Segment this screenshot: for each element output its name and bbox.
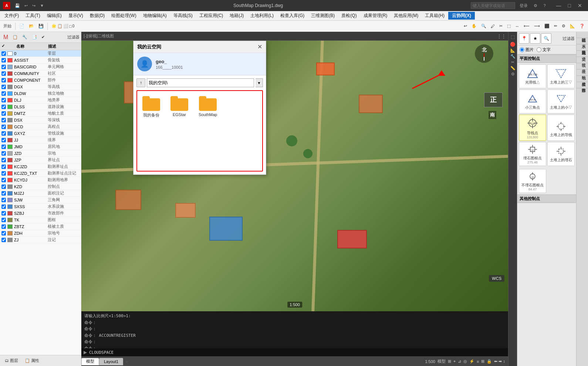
- tb-start[interactable]: 开始: [1, 22, 13, 30]
- menu-cloud[interactable]: 云协同(X): [448, 12, 475, 20]
- layer-check-JZP[interactable]: [1, 158, 6, 162]
- menu-land[interactable]: 地物编辑(A): [140, 12, 170, 20]
- layer-check-KCJZD[interactable]: [1, 165, 6, 169]
- layer-check-DSX[interactable]: [1, 118, 6, 122]
- lock-icon[interactable]: 🔒: [487, 359, 492, 364]
- tb-icon-j[interactable]: ⬛: [543, 23, 551, 30]
- layer-check-MJZJ[interactable]: [1, 191, 6, 196]
- undo-btn[interactable]: ↩: [23, 3, 29, 9]
- layer-check-KCJZD_TXT[interactable]: [1, 171, 6, 176]
- menu-view[interactable]: 显示(V): [65, 12, 86, 20]
- cloud-path-dropdown-btn[interactable]: ▼: [256, 78, 263, 87]
- tab-add-btn[interactable]: +: [123, 358, 131, 365]
- cloud-folder-egstar[interactable]: EGStar: [168, 94, 190, 168]
- tb-icon-b[interactable]: ✋: [470, 23, 479, 30]
- layer-row-KCYDJ[interactable]: KCYDJ 勘测用地界: [0, 177, 81, 183]
- layer-row-GCD[interactable]: GCD 高程点: [0, 123, 81, 130]
- menu-3d[interactable]: 三维测图(B): [308, 12, 338, 20]
- layer-row-DLDW[interactable]: DLDW 独立地物: [0, 90, 81, 97]
- layer-check-DLSS[interactable]: [1, 105, 6, 109]
- layer-check-DLDW[interactable]: [1, 91, 6, 96]
- tb-icon-d[interactable]: 🖊: [489, 23, 497, 30]
- tb-open[interactable]: 📂: [27, 23, 36, 30]
- layer-row-JMD[interactable]: JMD 居民地: [0, 143, 81, 150]
- tab-layout1[interactable]: Layout1: [99, 358, 123, 365]
- card-triangle-up[interactable]: 156.718 光滑线△: [519, 64, 546, 88]
- cat-jingjie[interactable]: 境界: [577, 63, 588, 70]
- layer-row-BASICGRID[interactable]: BASICGRID 单元网格: [0, 64, 81, 70]
- menu-check[interactable]: 检查入库(G): [277, 12, 307, 20]
- tb-icon-h[interactable]: ⟵: [522, 23, 531, 30]
- menu-landuse[interactable]: 土地利用(L): [247, 12, 277, 20]
- layer-row-COMMUNITY[interactable]: COMMUNITY 社区: [0, 70, 81, 77]
- tb-icon-l[interactable]: ⚙: [560, 23, 567, 30]
- menu-other[interactable]: 其他应用(M): [391, 12, 421, 20]
- layer-row-ZJ[interactable]: ZJ 注记: [0, 237, 81, 243]
- tb-new[interactable]: 📄: [17, 23, 26, 30]
- layer-check-COMPONENT[interactable]: [1, 78, 6, 82]
- layer-row-KCJZD_TXT[interactable]: KCJZD_TXT 勘测界址点注记: [0, 170, 81, 177]
- tb-save[interactable]: 💾: [37, 23, 45, 30]
- cloud-path-up-btn[interactable]: ↑: [136, 78, 145, 87]
- dropdown-btn[interactable]: ▼: [38, 3, 45, 9]
- settings-icon-btn[interactable]: ⚙: [532, 3, 539, 9]
- tb-icon-m[interactable]: 📐: [568, 23, 577, 30]
- maximize-btn[interactable]: □: [565, 2, 574, 9]
- card-stone-point[interactable]: 12 埋石图根点 275.46: [519, 142, 546, 166]
- layer-row-SJW[interactable]: SJW 三角网: [0, 197, 81, 203]
- tab-model[interactable]: 模型: [81, 358, 99, 365]
- vt-btn6[interactable]: 📏: [510, 66, 516, 71]
- cat-zhibei[interactable]: 植被土质: [577, 76, 588, 82]
- menu-tools[interactable]: 工具(T): [23, 12, 43, 20]
- layer-check-ZBTZ[interactable]: [1, 224, 6, 229]
- layer-check-COMMUNITY[interactable]: [1, 71, 6, 76]
- ortho-icon[interactable]: ⊿: [458, 359, 461, 364]
- tb-icon-k[interactable]: ✏: [552, 23, 559, 30]
- tb-icon-g[interactable]: ↔: [513, 23, 521, 30]
- layer-check-JMD[interactable]: [1, 145, 6, 149]
- cloud-folder-backup[interactable]: 我的备份: [140, 94, 162, 168]
- layer-check-BASICGRID[interactable]: [1, 65, 6, 69]
- tab-props[interactable]: 📋 属性: [23, 357, 41, 365]
- cat-shizheng[interactable]: 市政部件: [577, 82, 588, 88]
- layer-row-GXYZ[interactable]: GXYZ 管线设施: [0, 130, 81, 137]
- tb-icon-e[interactable]: ✂: [497, 23, 504, 30]
- layer-row-MJZJ[interactable]: MJZJ 面积注记: [0, 190, 81, 197]
- tab-layers[interactable]: 🗂 图层: [3, 357, 20, 365]
- quick-save-btn[interactable]: 💾: [13, 3, 21, 9]
- card-guide-point[interactable]: 116 导线点 131300: [519, 115, 546, 141]
- menu-tbtools[interactable]: 工具箱(H): [422, 12, 447, 20]
- menu-ground[interactable]: 地籍(J): [227, 12, 247, 20]
- card-stone-ground[interactable]: 土堆上的埋石: [547, 142, 575, 166]
- cat-dimao[interactable]: 地貌: [577, 70, 588, 76]
- cat-jiaotong[interactable]: 交通: [577, 51, 588, 57]
- layer-row-JJ[interactable]: JJ 境界: [0, 137, 81, 143]
- layer-row-JZP[interactable]: JZP 界址点: [0, 157, 81, 163]
- layer-check-GXYZ[interactable]: [1, 131, 6, 136]
- layer-check-DGX[interactable]: [1, 85, 6, 89]
- layer-row-ZDH[interactable]: ZDH 宗地号: [0, 230, 81, 237]
- layer-row-DSX[interactable]: DSX 等深线: [0, 117, 81, 123]
- layer-check-ZJ[interactable]: [1, 238, 6, 242]
- cat-guanxian[interactable]: 管线: [577, 57, 588, 63]
- vt-btn5[interactable]: ✂: [511, 60, 514, 65]
- close-btn[interactable]: ✕: [575, 2, 585, 9]
- menu-project[interactable]: 工程应用(C): [196, 12, 226, 20]
- layer-row-JZD[interactable]: JZD 宗地: [0, 150, 81, 157]
- layer-row-SXSS[interactable]: SXSS 水系设施: [0, 203, 81, 210]
- layer-check-KZD[interactable]: [1, 184, 6, 189]
- cat-shuixi[interactable]: 水系: [577, 38, 588, 44]
- rt-locate-btn[interactable]: 📍: [519, 33, 529, 44]
- layer-row-KZD[interactable]: KZD 控制点: [0, 183, 81, 190]
- lp-btn1[interactable]: M: [1, 33, 10, 42]
- cloud-dialog-close-btn[interactable]: ✕: [257, 43, 262, 50]
- layer-check-JJ[interactable]: [1, 138, 6, 142]
- layer-row-DGX[interactable]: DGX 等高线: [0, 84, 81, 90]
- vt-btn7[interactable]: ⚙: [511, 72, 515, 77]
- radio-image[interactable]: [520, 47, 524, 52]
- tp-icon[interactable]: ⊞: [481, 359, 484, 364]
- minimize-btn[interactable]: —: [553, 2, 564, 9]
- rt-search-btn[interactable]: 🔍: [541, 33, 551, 44]
- search-input[interactable]: [471, 2, 515, 9]
- layer-row-COMPONENT[interactable]: COMPONENT 部件: [0, 77, 81, 84]
